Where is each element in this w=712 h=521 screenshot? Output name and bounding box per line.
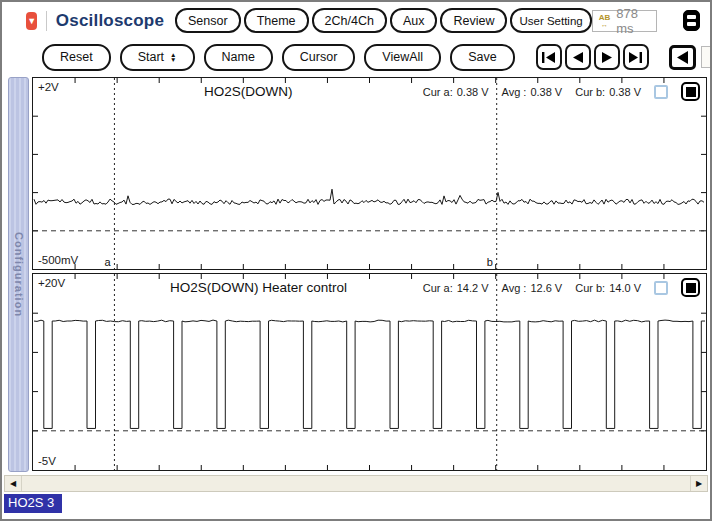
ch1-measurements: Cur a:0.38 V Avg :0.38 V Cur b:0.38 V [423, 82, 700, 101]
ch2-title: HO2S(DOWN) Heater control [170, 280, 347, 295]
record-tab[interactable]: HO2S 3 [4, 494, 62, 513]
ch2-checkbox[interactable] [654, 281, 668, 295]
channel-1-chart[interactable]: +2V -500mV HO2S(DOWN) Cur a:0.38 V Avg :… [32, 77, 707, 270]
configuration-tab-label: Configuration [13, 232, 25, 317]
app-title: Oscilloscope [56, 11, 164, 31]
ch1-cursor-b-value: 0.38 V [609, 86, 641, 98]
playback-nav-group [536, 44, 649, 70]
step-back-button[interactable] [565, 44, 591, 70]
theme-button[interactable]: Theme [244, 8, 309, 33]
ch1-select-indicator[interactable] [681, 82, 700, 101]
scroll-right-button[interactable]: ▶ [690, 476, 707, 491]
ch2-avg-value: 12.6 V [530, 282, 562, 294]
channel-2-waveform-plot[interactable] [33, 274, 706, 470]
ch2-measurements: Cur a:14.2 V Avg :12.6 V Cur b:14.0 V [423, 278, 700, 297]
timebase-decrease-button[interactable] [669, 45, 696, 70]
skip-end-icon [629, 52, 642, 63]
sensor-button[interactable]: Sensor [175, 8, 241, 33]
horizontal-scrollbar[interactable]: ◀ ▶ [4, 475, 708, 492]
channel-2-chart[interactable]: +20V -5V HO2S(DOWN) Heater control Cur a… [32, 273, 707, 471]
timebase-group: 100ms [669, 45, 712, 70]
skip-to-end-button[interactable] [623, 44, 649, 70]
start-button[interactable]: Start ▲▼ [120, 44, 195, 71]
start-spinner-icon: ▲▼ [170, 52, 176, 63]
cursor-b-label[interactable]: b [487, 256, 493, 268]
primary-toolbar: ▼ Oscilloscope Sensor Theme 2Ch/4Ch Aux … [2, 2, 710, 39]
ch2-bottom-scale-label: -5V [38, 455, 56, 467]
ch2-cursor-a-value: 14.2 V [457, 282, 489, 294]
chart-stack: +2V -500mV HO2S(DOWN) Cur a:0.38 V Avg :… [32, 77, 707, 472]
skip-to-start-button[interactable] [536, 44, 562, 70]
skip-start-icon [542, 52, 555, 63]
window-layout-button[interactable] [683, 10, 700, 31]
dropdown-arrow-icon: ▼ [27, 16, 36, 26]
scroll-left-button[interactable]: ◀ [5, 476, 22, 491]
ch2-top-scale-label: +20V [38, 277, 65, 289]
ch1-bottom-scale-label: -500mV [38, 254, 78, 266]
review-button[interactable]: Review [440, 8, 507, 33]
secondary-toolbar: Reset Start ▲▼ Name Cursor ViewAll Save [2, 39, 710, 75]
step-forward-button[interactable] [594, 44, 620, 70]
main-area: Configuration +2V -500mV HO2S(DOWN) Cur … [2, 75, 710, 472]
oscilloscope-window: ▼ Oscilloscope Sensor Theme 2Ch/4Ch Aux … [0, 0, 712, 521]
scrollbar-track[interactable] [22, 476, 690, 491]
channel-mode-button[interactable]: 2Ch/4Ch [312, 8, 387, 33]
left-arrow-icon [677, 51, 688, 64]
ch1-avg-value: 0.38 V [530, 86, 562, 98]
cursor-a-label[interactable]: a [104, 256, 110, 268]
user-setting-button[interactable]: User Setting [510, 8, 591, 33]
app-menu-button[interactable]: ▼ [26, 12, 37, 30]
ch2-select-indicator[interactable] [681, 278, 700, 297]
toolbar-divider [46, 11, 47, 31]
ch1-cursor-a-value: 0.38 V [457, 86, 489, 98]
ab-cursor-icon: AB ↔ [599, 14, 611, 28]
viewall-button[interactable]: ViewAll [364, 44, 441, 71]
configuration-tab[interactable]: Configuration [8, 77, 29, 472]
cursor-time-display: AB ↔ 878 ms [592, 10, 657, 32]
reset-button[interactable]: Reset [42, 44, 111, 71]
step-back-icon [573, 52, 583, 63]
name-button[interactable]: Name [204, 44, 273, 71]
ch2-cursor-b-value: 14.0 V [609, 282, 641, 294]
timebase-value: 100ms [701, 46, 712, 68]
ch1-top-scale-label: +2V [38, 81, 59, 93]
cursor-time-value: 878 ms [616, 6, 649, 36]
save-button[interactable]: Save [450, 44, 515, 71]
step-forward-icon [602, 52, 612, 63]
ch1-title: HO2S(DOWN) [204, 84, 293, 99]
aux-button[interactable]: Aux [390, 8, 438, 33]
ch1-checkbox[interactable] [654, 85, 668, 99]
channel-1-waveform-plot[interactable] [33, 78, 706, 269]
cursor-button[interactable]: Cursor [282, 44, 356, 71]
